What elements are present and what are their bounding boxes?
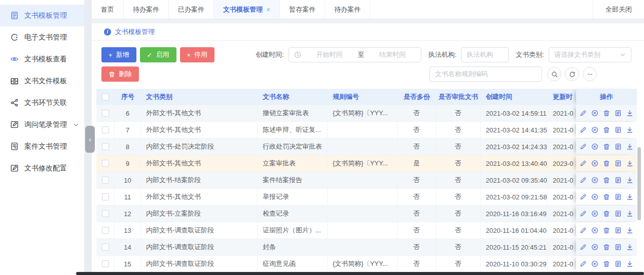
download-icon[interactable]	[626, 110, 633, 117]
org-input[interactable]: 执法机构	[461, 47, 509, 62]
edit-icon[interactable]	[580, 160, 587, 167]
table-row[interactable]: 7外部文书-其他文书陈述申辩、听证复...否否2021-03-02 14:41:…	[96, 122, 637, 139]
sidebar-item-7[interactable]: 案件文书管理	[0, 135, 84, 157]
delete-icon[interactable]	[603, 244, 610, 251]
search-button[interactable]	[547, 67, 561, 81]
row-checkbox[interactable]	[102, 143, 109, 150]
delete-icon[interactable]	[603, 193, 610, 200]
row-checkbox[interactable]	[102, 160, 109, 167]
table-row[interactable]: 10内部文书-结案阶段案件结案报告否否2021-03-02 09:35:4020…	[96, 172, 637, 189]
download-icon[interactable]	[626, 210, 633, 217]
edit-icon[interactable]	[580, 210, 587, 217]
doc-type-select[interactable]: 请选择文书类别	[549, 47, 631, 62]
horizontal-scrollbar-thumb[interactable]	[76, 272, 644, 275]
add-button[interactable]: +新增	[101, 47, 136, 62]
detail-icon[interactable]	[615, 227, 622, 234]
table-row[interactable]: 6外部文书-其他文书撤销立案审批表{文书简称}〔YYY...否否2021-03-…	[96, 105, 637, 122]
disable-icon[interactable]	[591, 110, 598, 117]
sidebar-item-3[interactable]: 文书模板查看	[0, 48, 84, 70]
row-checkbox[interactable]	[102, 177, 109, 184]
edit-icon[interactable]	[580, 260, 587, 267]
close-icon[interactable]: ×	[266, 6, 270, 14]
delete-icon[interactable]	[603, 210, 610, 217]
tab-6[interactable]: 待办案件	[325, 0, 370, 19]
delete-button[interactable]: 删除	[101, 66, 139, 82]
row-checkbox[interactable]	[102, 110, 109, 117]
row-checkbox[interactable]	[102, 244, 109, 251]
edit-icon[interactable]	[580, 126, 587, 133]
row-checkbox[interactable]	[102, 193, 109, 200]
table-row[interactable]: 9外部文书-其他文书立案审批表{文书简称}〔YYY...是否2021-03-02…	[96, 155, 637, 172]
edit-icon[interactable]	[580, 177, 587, 184]
edit-icon[interactable]	[580, 110, 587, 117]
download-icon[interactable]	[626, 126, 633, 133]
download-icon[interactable]	[626, 177, 633, 184]
detail-icon[interactable]	[615, 260, 622, 267]
tab-3[interactable]: 已办案件	[169, 0, 214, 19]
disable-icon[interactable]	[591, 160, 598, 167]
more-button[interactable]	[583, 67, 597, 81]
delete-icon[interactable]	[603, 227, 610, 234]
delete-icon[interactable]	[603, 260, 610, 267]
disable-button[interactable]: ×停用	[180, 47, 215, 62]
name-rule-input[interactable]: 文书名称规则编码	[430, 66, 542, 82]
create-time-range-input[interactable]: 开始时间 至 结束时间	[289, 47, 421, 62]
table-row[interactable]: 8内部文书-处罚决定阶段行政处罚决定审批表否否2021-03-02 14:24:…	[96, 139, 637, 155]
disable-icon[interactable]	[591, 260, 598, 267]
sidebar-item-1[interactable]: 文书模板管理	[0, 5, 84, 26]
disable-icon[interactable]	[591, 193, 598, 200]
table-row[interactable]: 15内部文书-调查取证阶段征询意见函{文书简称}〔YYY...否否2020-11…	[96, 256, 637, 272]
edit-icon[interactable]	[580, 244, 587, 251]
download-icon[interactable]	[626, 227, 633, 234]
download-icon[interactable]	[626, 160, 633, 167]
sidebar-item-5[interactable]: 文书环节关联	[0, 92, 84, 114]
download-icon[interactable]	[626, 143, 633, 150]
delete-icon[interactable]	[603, 110, 610, 117]
close-all-button[interactable]: 全部关闭	[593, 0, 644, 19]
vertical-scrollbar-thumb[interactable]	[637, 147, 641, 220]
row-checkbox[interactable]	[102, 227, 109, 234]
detail-icon[interactable]	[615, 210, 622, 217]
edit-icon[interactable]	[580, 193, 587, 200]
table-row[interactable]: 11外部文书-其他文书举报记录否否2021-03-02 09:21:582021…	[96, 189, 637, 205]
disable-icon[interactable]	[591, 227, 598, 234]
download-icon[interactable]	[626, 193, 633, 200]
detail-icon[interactable]	[615, 110, 622, 117]
delete-icon[interactable]	[603, 160, 610, 167]
row-checkbox[interactable]	[102, 126, 109, 133]
delete-icon[interactable]	[603, 177, 610, 184]
sidebar-item-8[interactable]: 文书修改配置	[0, 157, 84, 179]
delete-icon[interactable]	[603, 126, 610, 133]
detail-icon[interactable]	[615, 160, 622, 167]
disable-icon[interactable]	[591, 210, 598, 217]
tab-5[interactable]: 暂存案件	[280, 0, 325, 19]
tab-1[interactable]: 首页	[92, 0, 124, 19]
edit-icon[interactable]	[580, 227, 587, 234]
disable-icon[interactable]	[591, 177, 598, 184]
sidebar-item-6[interactable]: 询问笔录管理	[0, 114, 84, 135]
sidebar-collapse-handle[interactable]: ‹	[85, 126, 95, 153]
download-icon[interactable]	[626, 244, 633, 251]
disable-icon[interactable]	[591, 126, 598, 133]
download-icon[interactable]	[626, 260, 633, 267]
detail-icon[interactable]	[615, 126, 622, 133]
detail-icon[interactable]	[615, 143, 622, 150]
disable-icon[interactable]	[591, 143, 598, 150]
row-checkbox[interactable]	[102, 210, 109, 217]
table-row[interactable]: 13内部文书-调查取证阶段证据照片（图片）...否否2020-11-16 01:…	[96, 222, 637, 239]
detail-icon[interactable]	[615, 193, 622, 200]
row-checkbox[interactable]	[102, 260, 109, 267]
tab-4[interactable]: 文书模板管理×	[214, 0, 280, 19]
table-row[interactable]: 12内部文书-立案阶段检查记录否否2020-11-16 03:16:492021…	[96, 205, 637, 222]
detail-icon[interactable]	[615, 244, 622, 251]
edit-icon[interactable]	[580, 143, 587, 150]
enable-button[interactable]: ✓启用	[140, 47, 176, 62]
sidebar-item-2[interactable]: 电子文书管理	[0, 26, 84, 48]
refresh-button[interactable]	[565, 67, 579, 81]
tab-2[interactable]: 待办案件	[124, 0, 169, 19]
delete-icon[interactable]	[603, 143, 610, 150]
select-all-checkbox[interactable]	[102, 93, 109, 100]
table-row[interactable]: 14内部文书-调查取证阶段封条否否2020-11-15 20:45:212021…	[96, 239, 637, 256]
sidebar-item-4[interactable]: 文书文件模板	[0, 70, 84, 92]
disable-icon[interactable]	[591, 244, 598, 251]
